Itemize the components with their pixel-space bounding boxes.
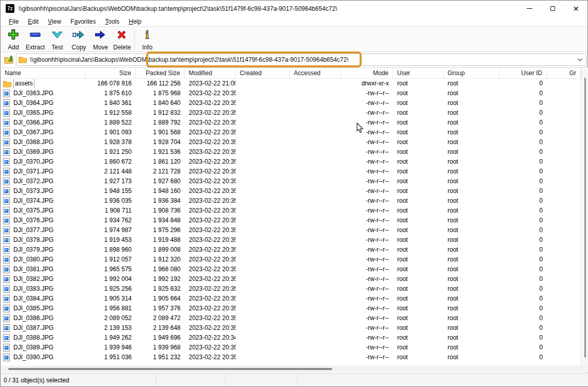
cell-modified: 2023-02-22 20:35	[185, 313, 236, 323]
cell-accessed	[290, 323, 341, 333]
cell-user_id: 0	[500, 245, 547, 255]
column-header-name[interactable]: Name	[1, 68, 85, 79]
file-row[interactable]: DJI_0386.JPG2 089 0522 089 4722023-02-22…	[1, 313, 581, 323]
file-row[interactable]: DJI_0379.JPG1 898 9601 899 0082023-02-22…	[1, 245, 581, 255]
menu-file[interactable]: File	[5, 17, 23, 26]
cell-name: DJI_0382.JPG	[1, 274, 85, 284]
status-panel-4	[297, 374, 588, 386]
extract-icon	[29, 28, 42, 41]
file-row[interactable]: DJI_0373.JPG1 948 1551 948 1602023-02-22…	[1, 186, 581, 196]
column-header-group[interactable]: Group	[443, 68, 500, 79]
copy-button[interactable]: Copy	[68, 28, 90, 51]
add-plus-icon	[7, 28, 20, 41]
extract-button[interactable]: Extract	[24, 28, 46, 51]
menu-favorites[interactable]: Favorites	[66, 17, 100, 26]
maximize-button[interactable]	[541, 1, 564, 16]
cell-created	[236, 225, 290, 235]
file-row[interactable]: DJI_0376.JPG1 934 7621 934 8482023-02-22…	[1, 216, 581, 225]
file-row[interactable]: DJI_0371.JPG2 121 4482 121 7282023-02-22…	[1, 167, 581, 177]
file-row[interactable]: DJI_0363.JPG1 875 6101 875 9682023-02-22…	[1, 89, 581, 98]
move-button[interactable]: Move	[90, 28, 111, 51]
delete-button[interactable]: Delete	[111, 28, 133, 51]
file-row[interactable]: DJI_0384.JPG1 905 3141 905 6642023-02-22…	[1, 294, 581, 304]
file-row[interactable]: DJI_0380.JPG1 912 0571 912 3202023-02-22…	[1, 255, 581, 265]
file-row[interactable]: DJI_0385.JPG1 956 8811 957 3762023-02-22…	[1, 304, 581, 313]
file-row[interactable]: DJI_0370.JPG1 860 6721 861 1202023-02-22…	[1, 157, 581, 167]
file-icon	[3, 207, 10, 215]
vertical-scrollbar-thumb[interactable]	[584, 78, 586, 358]
add-button[interactable]: Add	[3, 28, 24, 51]
cell-name: DJI_0363.JPG	[1, 89, 85, 98]
column-header-size[interactable]: Size	[85, 68, 136, 79]
horizontal-scrollbar-thumb[interactable]	[8, 368, 332, 370]
cell-created	[236, 118, 290, 128]
file-row[interactable]: DJI_0366.JPG1 889 5221 889 7922023-02-22…	[1, 118, 581, 128]
file-row[interactable]: DJI_0369.JPG1 921 2501 921 5362023-02-22…	[1, 147, 581, 157]
menu-bar: FileEditViewFavoritesToolsHelp	[1, 16, 587, 26]
file-row[interactable]: DJI_0377.JPG1 974 9871 975 2962023-02-22…	[1, 225, 581, 235]
cell-name: DJI_0369.JPG	[1, 147, 85, 157]
file-row[interactable]: DJI_0389.JPG1 939 9461 939 9682023-02-22…	[1, 343, 581, 353]
file-icon	[3, 246, 10, 254]
vertical-scrollbar[interactable]	[581, 68, 588, 365]
minimize-button[interactable]	[518, 1, 541, 16]
cell-packed: 1 899 008	[136, 245, 185, 255]
menu-help[interactable]: Help	[124, 17, 146, 26]
column-header-group_id[interactable]: Gr	[547, 68, 581, 79]
folder-row[interactable]: assets166 078 916166 112 2562023-02-22 2…	[1, 79, 581, 89]
column-header-packed[interactable]: Packed Size	[136, 68, 185, 79]
file-row[interactable]: DJI_0375.JPG1 908 7111 908 7362023-02-22…	[1, 206, 581, 216]
cell-size: 1 875 610	[85, 89, 136, 98]
file-icon	[3, 275, 10, 283]
test-button[interactable]: Test	[46, 28, 68, 51]
file-row[interactable]: DJI_0374.JPG1 936 0351 936 3842023-02-22…	[1, 196, 581, 206]
cell-mode: -rw-r--r--	[341, 98, 393, 108]
column-header-user_id[interactable]: User ID	[500, 68, 547, 79]
info-button[interactable]: iInfo	[136, 28, 158, 51]
column-header-created[interactable]: Created	[236, 68, 290, 79]
cell-size: 1 951 036	[85, 353, 136, 362]
file-row[interactable]: DJI_0381.JPG1 965 5751 966 0802023-02-22…	[1, 265, 581, 274]
cell-group: root	[443, 235, 500, 245]
file-row[interactable]: DJI_0390.JPG1 951 0361 951 2322023-02-22…	[1, 353, 581, 362]
cell-user: root	[393, 216, 443, 225]
cell-group: root	[443, 157, 500, 167]
close-button[interactable]: ✕	[564, 1, 587, 16]
column-header-accessed[interactable]: Accessed	[290, 68, 341, 79]
cell-group: root	[443, 206, 500, 216]
file-icon	[3, 109, 10, 117]
column-header-user[interactable]: User	[393, 68, 443, 79]
file-row[interactable]: DJI_0388.JPG1 949 2621 949 6962023-02-22…	[1, 333, 581, 343]
horizontal-scrollbar[interactable]	[1, 365, 588, 373]
file-icon	[3, 119, 10, 127]
cell-name: DJI_0387.JPG	[1, 323, 85, 333]
cell-name: DJI_0371.JPG	[1, 167, 85, 177]
cell-user_id: 0	[500, 89, 547, 98]
file-row[interactable]: DJI_0368.JPG1 928 3781 928 7042023-02-22…	[1, 137, 581, 147]
file-row[interactable]: DJI_0367.JPG1 901 0931 901 5682023-02-22…	[1, 128, 581, 137]
address-combobox[interactable]: \\gibsonhh\piscina\Jars\Backups\WebODM\b…	[16, 54, 586, 66]
file-row[interactable]: DJI_0364.JPG1 840 3611 840 6402023-02-22…	[1, 98, 581, 108]
cell-mode: -rw-r--r--	[341, 343, 393, 353]
cell-group: root	[443, 225, 500, 235]
chevron-down-icon[interactable]	[577, 58, 583, 62]
file-icon	[3, 168, 10, 175]
file-row[interactable]: DJI_0372.JPG1 927 1731 927 6802023-02-22…	[1, 177, 581, 186]
column-header-modified[interactable]: Modified	[185, 68, 236, 79]
menu-tools[interactable]: Tools	[101, 17, 123, 26]
menu-view[interactable]: View	[44, 17, 65, 26]
file-name: DJI_0367.JPG	[12, 128, 55, 137]
file-row[interactable]: DJI_0387.JPG2 139 1532 139 6482023-02-22…	[1, 323, 581, 333]
file-row[interactable]: DJI_0383.JPG1 925 2561 925 6322023-02-22…	[1, 284, 581, 294]
column-header-mode[interactable]: Mode	[341, 68, 393, 79]
file-row[interactable]: DJI_0378.JPG1 919 4531 919 4882023-02-22…	[1, 235, 581, 245]
file-row[interactable]: DJI_0365.JPG1 912 5581 912 8322023-02-22…	[1, 108, 581, 118]
menu-edit[interactable]: Edit	[24, 17, 43, 26]
cell-packed: 1 948 160	[136, 186, 185, 196]
cell-accessed	[290, 274, 341, 284]
cell-user: root	[393, 157, 443, 167]
cell-size: 1 949 262	[85, 333, 136, 343]
window-title: \\gibsonhh\piscina\Jars\Backups\WebODM\b…	[19, 5, 337, 12]
parent-folder-button[interactable]	[2, 54, 16, 66]
file-row[interactable]: DJI_0382.JPG1 992 0041 992 1922023-02-22…	[1, 274, 581, 284]
